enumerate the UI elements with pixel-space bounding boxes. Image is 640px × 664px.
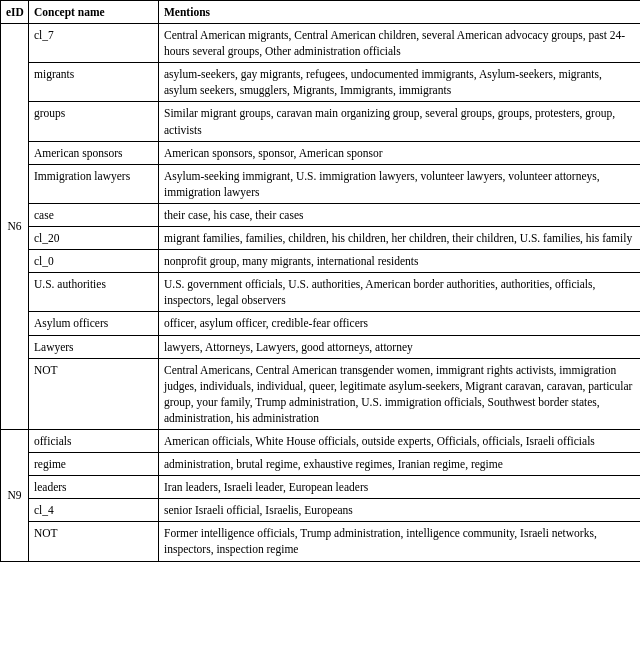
table-row: leadersIran leaders, Israeli leader, Eur…: [1, 476, 641, 499]
table-row: Immigration lawyersAsylum-seeking immigr…: [1, 164, 641, 203]
table-row: cl_20migrant families, families, childre…: [1, 227, 641, 250]
mentions-cell: American sponsors, sponsor, American spo…: [159, 141, 641, 164]
eid-cell: N6: [1, 24, 29, 430]
mentions-cell: migrant families, families, children, hi…: [159, 227, 641, 250]
table-row: cl_0nonprofit group, many migrants, inte…: [1, 250, 641, 273]
table-row: casetheir case, his case, their cases: [1, 203, 641, 226]
concept-name-cell: Immigration lawyers: [29, 164, 159, 203]
main-table-container: eID Concept name Mentions N6cl_7Central …: [0, 0, 640, 562]
concept-name-cell: officials: [29, 429, 159, 452]
mentions-cell: U.S. government officials, U.S. authorit…: [159, 273, 641, 312]
mentions-cell: Former intelligence officials, Trump adm…: [159, 522, 641, 561]
table-row: groupsSimilar migrant groups, caravan ma…: [1, 102, 641, 141]
table-row: regimeadministration, brutal regime, exh…: [1, 453, 641, 476]
concept-name-cell: groups: [29, 102, 159, 141]
table-row: cl_4senior Israeli official, Israelis, E…: [1, 499, 641, 522]
concept-name-cell: cl_4: [29, 499, 159, 522]
data-table: eID Concept name Mentions N6cl_7Central …: [0, 0, 640, 562]
table-row: NOTCentral Americans, Central American t…: [1, 358, 641, 429]
concept-name-cell: cl_7: [29, 24, 159, 63]
mentions-cell: Similar migrant groups, caravan main org…: [159, 102, 641, 141]
table-body: N6cl_7Central American migrants, Central…: [1, 24, 641, 561]
mentions-cell: American officials, White House official…: [159, 429, 641, 452]
concept-name-cell: American sponsors: [29, 141, 159, 164]
concept-name-cell: Lawyers: [29, 335, 159, 358]
concept-name-cell: migrants: [29, 63, 159, 102]
table-row: NOTFormer intelligence officials, Trump …: [1, 522, 641, 561]
mentions-cell: Asylum-seeking immigrant, U.S. immigrati…: [159, 164, 641, 203]
table-row: American sponsorsAmerican sponsors, spon…: [1, 141, 641, 164]
table-row: Lawyerslawyers, Attorneys, Lawyers, good…: [1, 335, 641, 358]
concept-name-cell: case: [29, 203, 159, 226]
mentions-cell: senior Israeli official, Israelis, Europ…: [159, 499, 641, 522]
mentions-cell: nonprofit group, many migrants, internat…: [159, 250, 641, 273]
table-row: U.S. authoritiesU.S. government official…: [1, 273, 641, 312]
concept-name-cell: cl_20: [29, 227, 159, 250]
mentions-cell: administration, brutal regime, exhaustiv…: [159, 453, 641, 476]
eid-cell: N9: [1, 429, 29, 561]
mentions-cell: their case, his case, their cases: [159, 203, 641, 226]
table-row: N6cl_7Central American migrants, Central…: [1, 24, 641, 63]
header-row: eID Concept name Mentions: [1, 1, 641, 24]
mentions-cell: Central American migrants, Central Ameri…: [159, 24, 641, 63]
header-mentions: Mentions: [159, 1, 641, 24]
mentions-cell: lawyers, Attorneys, Lawyers, good attorn…: [159, 335, 641, 358]
concept-name-cell: U.S. authorities: [29, 273, 159, 312]
concept-name-cell: NOT: [29, 358, 159, 429]
mentions-cell: Central Americans, Central American tran…: [159, 358, 641, 429]
mentions-cell: Iran leaders, Israeli leader, European l…: [159, 476, 641, 499]
concept-name-cell: Asylum officers: [29, 312, 159, 335]
concept-name-cell: regime: [29, 453, 159, 476]
table-row: migrantsasylum-seekers, gay migrants, re…: [1, 63, 641, 102]
concept-name-cell: cl_0: [29, 250, 159, 273]
header-concept: Concept name: [29, 1, 159, 24]
table-row: Asylum officersofficer, asylum officer, …: [1, 312, 641, 335]
concept-name-cell: NOT: [29, 522, 159, 561]
concept-name-cell: leaders: [29, 476, 159, 499]
mentions-cell: asylum-seekers, gay migrants, refugees, …: [159, 63, 641, 102]
mentions-cell: officer, asylum officer, credible-fear o…: [159, 312, 641, 335]
header-eid: eID: [1, 1, 29, 24]
table-row: N9officialsAmerican officials, White Hou…: [1, 429, 641, 452]
